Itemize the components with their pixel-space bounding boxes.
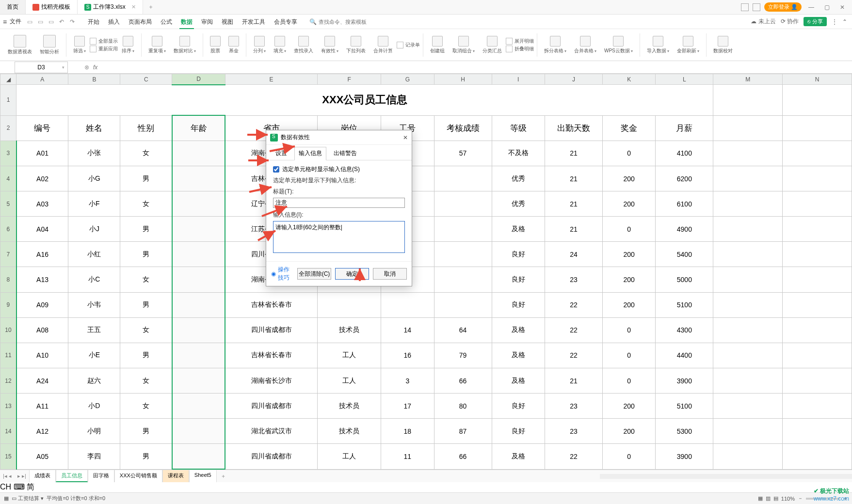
zoom-value[interactable]: 110% xyxy=(781,496,795,502)
row-header[interactable]: 13 xyxy=(0,394,16,419)
cell[interactable]: 工人 xyxy=(318,343,381,368)
duplicate-button[interactable]: 重复项 xyxy=(145,29,170,61)
cell[interactable]: 6200 xyxy=(656,166,713,191)
cell[interactable] xyxy=(783,242,852,267)
cell[interactable]: 23 xyxy=(545,419,602,444)
cell[interactable] xyxy=(713,267,783,292)
new-icon[interactable]: ▭ xyxy=(27,18,34,25)
cell[interactable] xyxy=(318,292,381,317)
cell[interactable] xyxy=(713,317,783,343)
ungroup-button[interactable]: 取消组合 xyxy=(449,29,479,61)
cell[interactable]: 0 xyxy=(602,141,655,166)
row-header[interactable]: 15 xyxy=(0,444,16,469)
collapse-detail-button[interactable]: 折叠明细 xyxy=(506,46,534,52)
tab-workbook[interactable]: S工作簿3.xlsx✕ xyxy=(78,0,143,14)
macro-icon[interactable]: ▦ xyxy=(4,495,9,502)
sheet-tab[interactable]: XXX公司销售额 xyxy=(114,470,162,482)
col-I[interactable]: I xyxy=(492,74,545,85)
cell[interactable]: 5100 xyxy=(656,292,713,317)
cell[interactable]: A05 xyxy=(16,444,68,469)
cell[interactable]: A09 xyxy=(16,292,68,317)
col-N[interactable]: N xyxy=(783,74,852,85)
print-icon[interactable]: ▭ xyxy=(48,18,55,25)
cell[interactable] xyxy=(434,267,492,292)
cell-selected[interactable] xyxy=(172,343,225,368)
open-icon[interactable]: ▭ xyxy=(38,18,45,25)
cell[interactable]: 小明 xyxy=(68,419,120,444)
col-M[interactable]: M xyxy=(713,74,783,85)
tab-start[interactable]: 开始 xyxy=(83,15,104,29)
cell[interactable]: 22 xyxy=(545,292,602,317)
cell[interactable]: 男 xyxy=(120,419,172,444)
dialog-tab-error[interactable]: 出错警告 xyxy=(329,147,361,160)
tab-templates[interactable]: 找稻壳模板 xyxy=(26,0,78,14)
cell[interactable]: A03 xyxy=(16,191,68,217)
tab-insert[interactable]: 插入 xyxy=(104,15,124,29)
row-header[interactable]: 12 xyxy=(0,368,16,393)
cell[interactable]: 16 xyxy=(381,343,434,368)
add-sheet-button[interactable]: ＋ xyxy=(217,472,230,480)
split-table-button[interactable]: 拆分表格 xyxy=(540,29,570,61)
cloud-status[interactable]: ☁ 未上云 xyxy=(751,17,775,26)
operation-tips-link[interactable]: ◉ 操作技巧 xyxy=(271,266,292,282)
cell[interactable]: A01 xyxy=(16,141,68,166)
cell[interactable] xyxy=(713,343,783,368)
cell-selected[interactable] xyxy=(172,242,225,267)
cell[interactable]: 四川省成都市 xyxy=(225,444,317,469)
cell[interactable]: 6100 xyxy=(656,191,713,217)
tab-view[interactable]: 视图 xyxy=(217,15,238,29)
cell[interactable]: A10 xyxy=(16,343,68,368)
cell[interactable]: 男 xyxy=(120,166,172,191)
cell[interactable]: 女 xyxy=(120,368,172,393)
header-cell[interactable]: 年龄 xyxy=(172,115,225,141)
view-page-icon[interactable]: ▥ xyxy=(766,495,771,502)
cell[interactable] xyxy=(713,444,783,469)
cell[interactable]: 3900 xyxy=(656,444,713,469)
cell[interactable]: 23 xyxy=(545,267,602,292)
cell[interactable]: 0 xyxy=(602,444,655,469)
cell[interactable] xyxy=(434,292,492,317)
row-header[interactable]: 9 xyxy=(0,292,16,317)
cell[interactable]: 男 xyxy=(120,292,172,317)
cell[interactable] xyxy=(783,217,852,242)
cell[interactable]: 5000 xyxy=(656,267,713,292)
header-cell[interactable]: 姓名 xyxy=(68,115,120,141)
cell[interactable]: 及格 xyxy=(492,317,545,343)
cell[interactable] xyxy=(783,394,852,419)
cell[interactable]: 3900 xyxy=(656,368,713,393)
cell[interactable]: 男 xyxy=(120,444,172,469)
cell[interactable]: A11 xyxy=(16,394,68,419)
cell-selected[interactable] xyxy=(172,166,225,191)
cell[interactable] xyxy=(713,368,783,393)
cell[interactable]: A08 xyxy=(16,317,68,343)
cell[interactable]: 及格 xyxy=(492,444,545,469)
cell[interactable]: 优秀 xyxy=(492,191,545,217)
cell[interactable] xyxy=(713,141,783,166)
validity-button[interactable]: 有效性 xyxy=(317,29,342,61)
expand-detail-button[interactable]: 展开明细 xyxy=(506,38,534,45)
cell[interactable] xyxy=(783,267,852,292)
cell[interactable]: 小G xyxy=(68,166,120,191)
cell[interactable]: 小J xyxy=(68,217,120,242)
sheet-tab[interactable]: Sheet5 xyxy=(189,470,217,482)
cell[interactable]: A24 xyxy=(16,368,68,393)
cell[interactable]: 女 xyxy=(120,191,172,217)
cell[interactable] xyxy=(713,292,783,317)
header-cell[interactable]: 性别 xyxy=(120,115,172,141)
col-F[interactable]: F xyxy=(318,74,381,85)
cell[interactable]: 男 xyxy=(120,242,172,267)
filter-button[interactable]: 筛选 xyxy=(69,29,90,61)
cell[interactable]: 5400 xyxy=(656,242,713,267)
col-H[interactable]: H xyxy=(434,74,492,85)
cell[interactable]: 小D xyxy=(68,394,120,419)
header-cell[interactable]: 出勤天数 xyxy=(545,115,602,141)
cell[interactable]: 良好 xyxy=(492,267,545,292)
cell[interactable]: 湖北省武汉市 xyxy=(225,419,317,444)
cell[interactable]: 男 xyxy=(120,217,172,242)
cell-selected[interactable] xyxy=(172,317,225,343)
smart-analysis-button[interactable]: 智能分析 xyxy=(36,29,63,61)
cell[interactable] xyxy=(783,444,852,469)
cell[interactable]: 22 xyxy=(545,343,602,368)
cell[interactable]: 良好 xyxy=(492,242,545,267)
cell[interactable]: 赵六 xyxy=(68,368,120,393)
